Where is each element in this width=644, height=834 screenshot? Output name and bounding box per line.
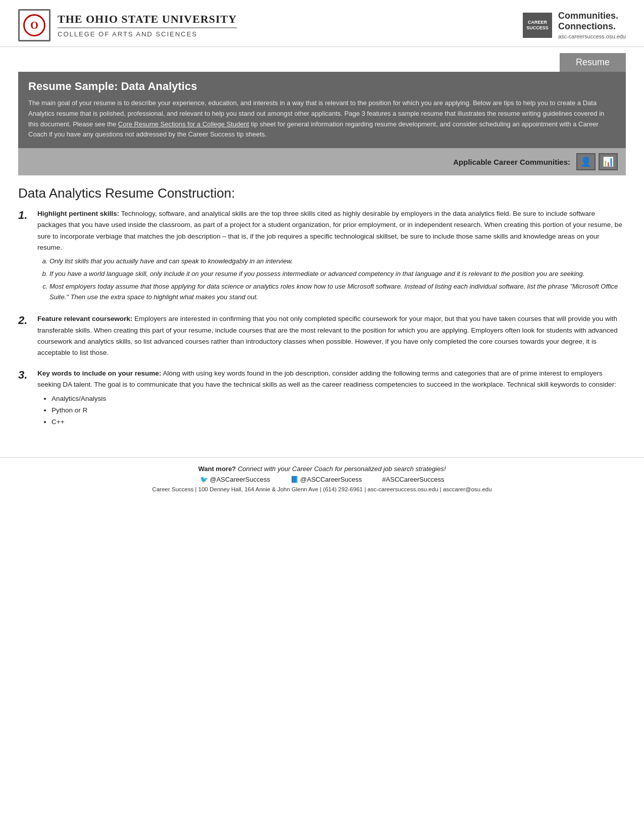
dark-section: Resume Sample: Data Analytics The main g… (18, 72, 626, 148)
osu-logo-inner: O (23, 14, 45, 36)
communities-sub: asc-careersuccess.osu.edu (558, 33, 626, 40)
item-3-bold: Key words to include on your resume: (37, 369, 161, 377)
item-3-content: Key words to include on your resume: Alo… (37, 368, 626, 428)
list-item: Python or R (52, 405, 626, 416)
osu-logo: O (18, 9, 51, 41)
career-icon-person: 👤 (576, 153, 596, 170)
item-2-content: Feature relevant coursework: Employers a… (37, 313, 626, 358)
list-item: 3. Key words to include on your resume: … (18, 368, 626, 428)
fb-icon: 📘 (290, 476, 299, 483)
header-right: CAREERSUCCESS Communities. Connections. … (523, 11, 626, 40)
twitter-handle: @ASCareerSuccess (210, 476, 270, 483)
footer: Want more? Connect with your Career Coac… (0, 457, 644, 496)
item-3-bullets: Analytics/Analysis Python or R C++ (52, 393, 626, 428)
dark-section-title: Resume Sample: Data Analytics (28, 80, 616, 93)
list-item: Analytics/Analysis (52, 393, 626, 405)
career-icon-chart: 📊 (599, 153, 618, 170)
item-1-text: Technology, software, and analytical ski… (37, 210, 622, 251)
communities-text: Communities. Connections. asc-careersucc… (558, 11, 626, 40)
communities-line1: Communities. (558, 11, 626, 22)
item-2-num: 2. (18, 313, 32, 328)
list-item: C++ (52, 416, 626, 428)
item-1-sublist: Only list skills that you actually have … (49, 256, 626, 302)
list-item: Most employers today assume that those a… (49, 282, 626, 303)
item-1-content: Highlight pertinent skills: Technology, … (37, 208, 626, 304)
twitter-icon: 🐦 (200, 476, 208, 483)
communities-line2: Connections. (558, 21, 626, 32)
item-3-num: 3. (18, 368, 32, 383)
footer-social: 🐦 @ASCareerSuccess 📘 @ASCCareerSucess #A… (18, 476, 626, 483)
list-item: 1. Highlight pertinent skills: Technolog… (18, 208, 626, 304)
footer-want-more-bold: Want more? (198, 465, 236, 473)
dark-body-link: Core Resume Sections for a College Stude… (118, 120, 249, 128)
numbered-list: 1. Highlight pertinent skills: Technolog… (18, 208, 626, 428)
footer-want-more-text: Connect with your Career Coach for perso… (236, 465, 446, 473)
item-1-num: 1. (18, 208, 32, 223)
fb-handle: @ASCCareerSucess (300, 476, 362, 483)
footer-hashtag: #ASCCareerSuccess (382, 476, 444, 483)
career-success-label: CAREERSUCCESS (526, 20, 549, 31)
dark-section-body: The main goal of your resume is to descr… (28, 98, 616, 140)
list-item: Only list skills that you actually have … (49, 256, 626, 267)
list-item: If you have a world language skill, only… (49, 269, 626, 280)
list-item: 2. Feature relevant coursework: Employer… (18, 313, 626, 358)
footer-facebook: 📘 @ASCCareerSucess (290, 476, 362, 483)
career-success-logo: CAREERSUCCESS (523, 13, 552, 38)
header: O The Ohio State University College of A… (0, 0, 644, 47)
career-communities-label: Applicable Career Communities: (453, 158, 570, 166)
footer-twitter: 🐦 @ASCareerSuccess (200, 476, 270, 483)
resume-tab-row: Resume (0, 53, 644, 72)
career-icons: 👤 📊 (576, 153, 618, 170)
header-title-block: The Ohio State University College of Art… (58, 13, 237, 38)
item-2-bold: Feature relevant coursework: (37, 315, 132, 322)
item-1-bold: Highlight pertinent skills: (37, 210, 119, 217)
college-name: College of Arts and Sciences (58, 30, 237, 38)
footer-want-more: Want more? Connect with your Career Coac… (18, 465, 626, 473)
section-title: Data Analytics Resume Construction: (18, 186, 626, 201)
footer-address: Career Success | 100 Denney Hall, 164 An… (18, 486, 626, 492)
career-communities-bar: Applicable Career Communities: 👤 📊 (18, 148, 626, 175)
header-left: O The Ohio State University College of A… (18, 9, 237, 41)
university-name: The Ohio State University (58, 13, 237, 28)
main-content: Resume Sample: Data Analytics The main g… (0, 72, 644, 447)
resume-tab: Resume (560, 53, 626, 72)
